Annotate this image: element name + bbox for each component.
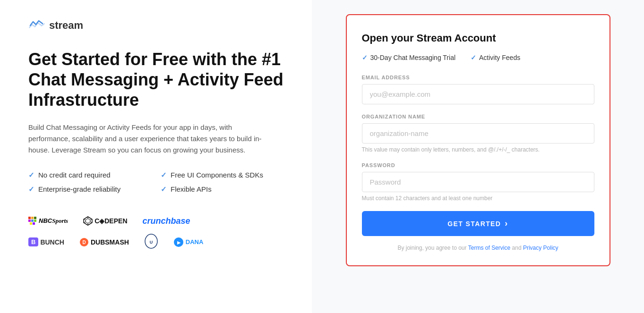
trial-badge-feeds-label: Activity Feeds [479, 54, 520, 61]
check-icon: ✓ [161, 185, 167, 194]
brand-crunchbase: crunchbase [143, 216, 190, 226]
get-started-button[interactable]: GET STARTED › [362, 211, 594, 236]
org-label: ORGANIZATION NAME [362, 114, 594, 119]
svg-rect-2 [34, 217, 36, 219]
feature-label: Enterprise-grade reliability [38, 185, 120, 193]
feature-label: Free UI Components & SDKs [171, 171, 263, 179]
feature-label: No credit card required [38, 171, 111, 179]
svg-text:D: D [82, 240, 86, 245]
password-input[interactable] [362, 172, 594, 192]
email-input[interactable] [362, 84, 594, 104]
trial-badge-feeds: ✓ Activity Feeds [471, 54, 520, 61]
feature-item: ✓ Enterprise-grade reliability [28, 185, 151, 194]
trial-badge-chat-label: 30-Day Chat Messaging Trial [370, 54, 456, 61]
org-group: ORGANIZATION NAME This value may contain… [362, 114, 594, 153]
svg-marker-9 [86, 219, 90, 223]
org-input[interactable] [362, 123, 594, 144]
privacy-policy-link[interactable]: Privacy Policy [523, 245, 558, 251]
terms-text: By joining, you agree to our Terms of Se… [362, 244, 594, 252]
brand-unilever: U [144, 234, 158, 251]
check-icon: ✓ [362, 54, 368, 61]
feature-item: ✓ Flexible APIs [161, 185, 283, 194]
headline: Get Started for Free with the #1 Chat Me… [28, 49, 283, 110]
feature-item: ✓ Free UI Components & SDKs [161, 171, 283, 179]
logo-text: stream [49, 19, 83, 32]
email-label: EMAIL ADDRESS [362, 75, 594, 80]
subtext: Build Chat Messaging or Activity Feeds f… [28, 122, 274, 156]
brand-logos-row1: NBCSports C◈DEPEN crunchbase [28, 216, 283, 226]
features-list: ✓ No credit card required ✓ Free UI Comp… [28, 171, 283, 194]
arrow-icon: › [505, 219, 508, 228]
svg-rect-6 [30, 222, 32, 225]
left-panel: stream Get Started for Free with the #1 … [0, 0, 312, 313]
password-label: PASSWORD [362, 162, 594, 168]
svg-rect-1 [31, 217, 34, 219]
org-hint: This value may contain only letters, num… [362, 146, 594, 153]
svg-text:▶: ▶ [177, 240, 180, 245]
check-icon: ✓ [161, 171, 167, 179]
feature-item: ✓ No credit card required [28, 171, 151, 179]
signup-form-card: Open your Stream Account ✓ 30-Day Chat M… [346, 14, 610, 266]
password-hint: Must contain 12 characters and at least … [362, 195, 594, 202]
svg-rect-0 [28, 217, 31, 219]
terms-and: and [512, 245, 522, 251]
trial-badge-chat: ✓ 30-Day Chat Messaging Trial [362, 54, 456, 61]
form-title: Open your Stream Account [362, 32, 594, 44]
svg-rect-7 [33, 222, 35, 225]
check-icon: ✓ [28, 171, 34, 179]
brand-nbc: NBCSports [28, 217, 68, 225]
trial-badges: ✓ 30-Day Chat Messaging Trial ✓ Activity… [362, 54, 594, 61]
check-icon: ✓ [28, 185, 34, 194]
svg-rect-5 [34, 220, 36, 222]
brand-dubsmash: D DUBSMASH [79, 237, 129, 247]
feature-label: Flexible APIs [171, 185, 212, 193]
brand-dana: ▶ DANA [173, 237, 204, 247]
submit-label: GET STARTED [447, 220, 501, 228]
svg-rect-4 [31, 220, 34, 222]
password-group: PASSWORD Must contain 12 characters and … [362, 162, 594, 202]
svg-rect-3 [28, 220, 31, 222]
check-icon: ✓ [471, 54, 476, 61]
brand-bunch: B BUNCH [28, 237, 64, 246]
brand-codepen: C◈DEPEN [83, 216, 127, 226]
brand-logos-row2: B BUNCH D DUBSMASH U ▶ DANA [28, 234, 283, 251]
stream-logo-icon [28, 19, 45, 32]
terms-prefix: By joining, you agree to our [397, 245, 466, 251]
email-group: EMAIL ADDRESS [362, 75, 594, 104]
svg-text:U: U [150, 240, 153, 245]
right-panel: Open your Stream Account ✓ 30-Day Chat M… [312, 0, 644, 313]
logo: stream [28, 19, 283, 32]
terms-of-service-link[interactable]: Terms of Service [468, 245, 510, 251]
